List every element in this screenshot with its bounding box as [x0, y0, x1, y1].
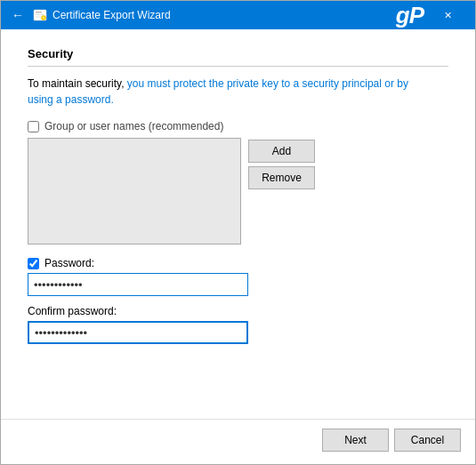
title-bar-right: gP ✕	[396, 1, 468, 29]
wizard-window: ← Certificate Export Wizard gP ✕ Securit…	[0, 0, 476, 465]
title-bar: ← Certificate Export Wizard gP ✕	[1, 1, 475, 29]
svg-rect-2	[36, 14, 44, 15]
confirm-password-field-row: Confirm password:	[28, 305, 448, 344]
password-checkbox[interactable]	[28, 258, 39, 269]
add-button[interactable]: Add	[248, 140, 315, 163]
description-plain: To maintain security,	[28, 77, 127, 90]
wizard-content: Security To maintain security, you must …	[1, 29, 475, 419]
add-remove-buttons: Add Remove	[248, 138, 315, 245]
password-field-row: Password:	[28, 257, 448, 296]
section-heading: Security	[28, 47, 448, 60]
password-label[interactable]: Password:	[44, 257, 94, 269]
group-checkbox-row: Group or user names (recommended)	[28, 120, 448, 132]
remove-button[interactable]: Remove	[248, 166, 315, 189]
password-input[interactable]	[28, 273, 248, 296]
gp-logo: gP	[396, 2, 424, 29]
confirm-password-label: Confirm password:	[28, 305, 448, 317]
password-label-row: Password:	[28, 257, 448, 269]
group-names-listbox[interactable]	[28, 138, 241, 245]
group-names-area: Add Remove	[28, 138, 448, 245]
close-button[interactable]: ✕	[427, 1, 468, 29]
svg-rect-1	[36, 12, 42, 13]
section-divider	[28, 66, 448, 67]
confirm-password-input[interactable]	[28, 321, 248, 344]
title-bar-title: Certificate Export Wizard	[52, 9, 171, 21]
title-bar-left: ← Certificate Export Wizard	[1, 6, 171, 24]
group-checkbox[interactable]	[28, 121, 39, 132]
back-button[interactable]: ←	[8, 6, 28, 24]
svg-rect-3	[36, 17, 41, 18]
cert-icon	[33, 8, 47, 22]
security-description: To maintain security, you must protect t…	[28, 76, 419, 108]
group-checkbox-label[interactable]: Group or user names (recommended)	[44, 120, 223, 132]
wizard-footer: Next Cancel	[1, 419, 475, 464]
cancel-button[interactable]: Cancel	[394, 429, 461, 452]
next-button[interactable]: Next	[322, 429, 389, 452]
